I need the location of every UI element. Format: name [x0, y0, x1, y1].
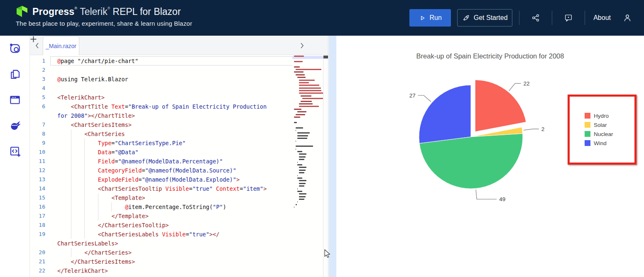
line-number: 22 — [30, 266, 50, 275]
code-row: 12CategoryField="@nameof(ModelData.Sourc… — [30, 166, 267, 175]
chevron-left-icon — [35, 42, 39, 49]
prev-tab-button[interactable] — [34, 41, 40, 51]
code-editor: _Main.razor 1@page "/chart/pie-chart"23@… — [29, 36, 328, 277]
code-row: 22</TelerikChart> — [30, 266, 267, 275]
next-tab-button[interactable] — [299, 41, 305, 51]
line-number: 12 — [30, 166, 50, 175]
legend-item-hydro[interactable]: Hydro — [585, 111, 613, 120]
legend-label: Hydro — [594, 113, 609, 119]
pie-slice-hydro[interactable] — [475, 80, 526, 132]
line-number: 10 — [30, 148, 50, 157]
legend-swatch — [585, 131, 590, 137]
get-started-button[interactable]: Get Started — [457, 9, 512, 27]
line-number: 20 — [30, 248, 50, 257]
copy-icon — [9, 68, 21, 80]
line-number: 16 — [30, 202, 50, 211]
legend-item-wind[interactable]: Wind — [585, 138, 613, 148]
preview-panel: Break-up of Spain Electricity Production… — [336, 36, 644, 277]
brand-product: REPL for Blazor — [113, 6, 181, 17]
editor-tab-bar: _Main.razor — [30, 36, 328, 55]
pie-slice-nuclear[interactable] — [419, 134, 523, 189]
legend-swatch — [585, 140, 590, 146]
code-row: 16@item.Percentage.ToString("P") — [30, 202, 267, 211]
line-number: 1 — [30, 56, 50, 66]
sidebar-item-new-snippet[interactable] — [0, 138, 29, 164]
camera-icon — [8, 42, 22, 55]
code-rows: 1@page "/chart/pie-chart"23@using Teleri… — [30, 56, 267, 275]
about-link[interactable]: About — [585, 14, 619, 22]
sidebar-item-snippets[interactable] — [0, 36, 29, 61]
progress-logo-icon — [16, 6, 28, 17]
rocket-icon — [462, 14, 470, 22]
tab-main-razor[interactable]: _Main.razor — [43, 36, 79, 55]
browser-window-icon — [9, 94, 21, 106]
label-connector — [509, 83, 521, 91]
sidebar-item-window[interactable] — [0, 87, 29, 113]
line-number: 5 — [30, 93, 50, 102]
line-number: 9 — [30, 138, 50, 148]
label-connector — [418, 95, 431, 102]
legend-label: Solar — [594, 122, 607, 128]
brand-telerik: Telerik® — [80, 6, 110, 17]
code-area[interactable]: 1@page "/chart/pie-chart"23@using Teleri… — [30, 56, 328, 277]
line-number: 8 — [30, 129, 50, 138]
pie-slice-wind[interactable] — [419, 85, 471, 143]
scrollbar-cursor-marker — [323, 56, 328, 58]
header-nav: Run Get Started — [409, 0, 636, 36]
tagline: The best place to play, experiment, shar… — [16, 20, 192, 27]
chart-legend: HydroSolarNuclearWind — [585, 111, 613, 148]
line-number: 7 — [30, 120, 50, 129]
line-number: 15 — [30, 193, 50, 202]
code-row: 15<Template> — [30, 193, 267, 202]
pie-value-label: 22 — [523, 80, 529, 87]
feedback-button[interactable] — [552, 13, 585, 22]
sidebar-item-assets[interactable] — [0, 61, 29, 87]
line-number: 11 — [30, 157, 50, 166]
code-row: 6<ChartTitle Text="Break-up of Spain Ele… — [30, 102, 267, 111]
code-row: 14<ChartSeriesTooltip Visible="true" Con… — [30, 184, 267, 193]
sidebar-item-examples[interactable] — [0, 113, 29, 138]
line-number: 14 — [30, 184, 50, 193]
app-header: Progress® Telerik® REPL for Blazor The b… — [0, 0, 644, 36]
code-row: 11Field="@nameof(ModelData.Percentage)" — [30, 157, 267, 166]
legend-label: Wind — [594, 140, 607, 146]
legend-label: Nuclear — [594, 131, 613, 137]
code-row: 3@using Telerik.Blazor — [30, 75, 267, 84]
share-button[interactable] — [519, 13, 552, 22]
pie-value-label: 49 — [499, 196, 505, 202]
play-icon — [419, 15, 426, 22]
user-button[interactable] — [619, 13, 636, 23]
line-number: 17 — [30, 211, 50, 221]
code-row: 9Type="ChartSeriesType.Pie" — [30, 138, 267, 148]
code-row: 21</ChartSeriesItems> — [30, 257, 267, 266]
code-row: ChartSeriesLabels> — [30, 239, 267, 248]
run-label: Run — [430, 14, 442, 22]
pie-value-label: 27 — [409, 92, 416, 99]
legend-item-nuclear[interactable]: Nuclear — [585, 129, 613, 138]
app-root: Progress® Telerik® REPL for Blazor The b… — [0, 0, 644, 277]
code-row: 20</ChartSeries> — [30, 248, 267, 257]
minimap[interactable] — [292, 56, 323, 277]
get-started-label: Get Started — [474, 14, 508, 22]
line-number: 3 — [30, 75, 50, 84]
code-row: 17</Template> — [30, 211, 267, 221]
code-row: for 2008"></ChartTitle> — [30, 111, 267, 120]
line-number: 21 — [30, 257, 50, 266]
code-row: 7<ChartSeriesItems> — [30, 120, 267, 129]
code-row: 5<TelerikChart> — [30, 93, 267, 102]
panel-splitter[interactable] — [329, 36, 336, 277]
reg-mark: ® — [74, 6, 77, 10]
line-number: 19 — [30, 230, 50, 239]
user-icon — [622, 13, 632, 23]
left-toolbar — [0, 36, 29, 277]
brand-progress: Progress® — [32, 6, 77, 17]
line-number — [30, 111, 50, 120]
label-connector — [476, 190, 497, 199]
code-row: 4 — [30, 84, 267, 93]
run-button[interactable]: Run — [409, 9, 451, 27]
line-number: 2 — [30, 66, 50, 75]
code-row: 10Data="@Data" — [30, 148, 267, 157]
legend-item-solar[interactable]: Solar — [585, 120, 613, 129]
scrollbar[interactable] — [323, 56, 328, 277]
code-row: 18</ChartSeriesTooltip> — [30, 221, 267, 230]
